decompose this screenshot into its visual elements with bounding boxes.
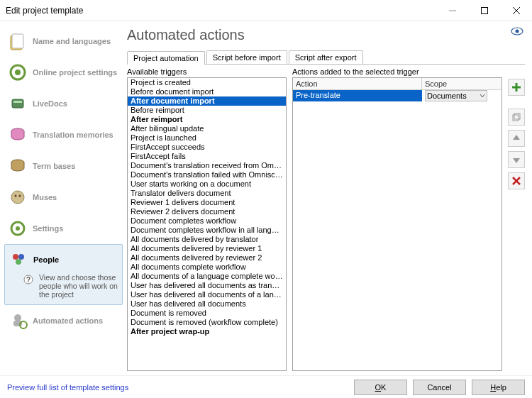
preview-settings-link[interactable]: Preview full list of template settings <box>7 383 128 392</box>
tab-script-after-export[interactable]: Script after export <box>289 50 363 64</box>
tab-strip: Project automationScript before importSc… <box>127 50 525 65</box>
sidebar: Name and languagesOnline project setting… <box>0 21 126 375</box>
column-scope[interactable]: Scope <box>422 78 489 89</box>
nav-icon <box>7 62 28 83</box>
trigger-item[interactable]: Document is removed <box>128 309 286 318</box>
nav-hint-text: View and choose those people who will wo… <box>39 273 119 299</box>
action-toolbar <box>508 67 525 371</box>
svg-rect-8 <box>12 99 23 108</box>
trigger-item[interactable]: Before document import <box>128 87 286 96</box>
sidebar-item-settings[interactable]: Settings <box>4 213 123 244</box>
trigger-item[interactable]: Document's translation received from Omn… <box>128 161 286 170</box>
trigger-item[interactable]: Document completes workflow in all langu… <box>128 226 286 235</box>
actions-grid[interactable]: ActionScopePre-translateDocuments <box>292 77 502 371</box>
main-panel: Automated actions Project automationScri… <box>126 21 532 375</box>
nav-icon <box>7 155 28 177</box>
maximize-button[interactable] <box>468 1 500 21</box>
move-up-button[interactable] <box>508 130 525 147</box>
trigger-item[interactable]: User has delivered all documents as tran… <box>128 281 286 290</box>
trigger-item[interactable]: Translator delivers document <box>128 189 286 198</box>
svg-point-13 <box>15 195 17 197</box>
nav-label: Online project settings <box>33 68 117 77</box>
trigger-item[interactable]: Reviewer 1 delivers document <box>128 198 286 207</box>
sidebar-item-name-and-languages[interactable]: Name and languages <box>4 26 123 57</box>
tab-project-automation[interactable]: Project automation <box>127 51 205 65</box>
minimize-button[interactable] <box>436 1 468 21</box>
close-button[interactable] <box>500 1 532 21</box>
trigger-item[interactable]: Before reimport <box>128 106 286 115</box>
sidebar-item-translation-memories[interactable]: Translation memories <box>4 119 123 150</box>
actions-added-label: Actions added to the selected trigger <box>292 67 502 76</box>
scope-cell[interactable]: Documents <box>422 90 489 101</box>
sidebar-item-people[interactable]: People?View and choose those people who … <box>4 244 123 305</box>
svg-point-22 <box>14 314 21 321</box>
trigger-item[interactable]: Document completes workflow <box>128 216 286 226</box>
window-title: Edit project template <box>6 6 436 16</box>
trigger-item[interactable]: User has delivered all documents <box>128 299 286 309</box>
trigger-item[interactable]: All documents delivered by translator <box>128 235 286 244</box>
nav-label: Settings <box>33 224 63 233</box>
svg-point-18 <box>18 254 24 260</box>
trigger-item[interactable]: After document import <box>128 96 286 106</box>
trigger-item[interactable]: All documents delivered by reviewer 2 <box>128 253 286 262</box>
trigger-item[interactable]: Document's translation failed with Omnis… <box>128 170 286 179</box>
trigger-item[interactable]: After project wrap-up <box>128 327 286 336</box>
trigger-item[interactable]: After bilingual update <box>128 124 286 133</box>
nav-icon <box>7 310 28 331</box>
sidebar-item-online-project-settings[interactable]: Online project settings <box>4 57 123 88</box>
svg-point-16 <box>16 226 20 231</box>
eye-icon[interactable] <box>511 27 523 37</box>
svg-point-14 <box>19 195 21 197</box>
svg-point-17 <box>13 254 18 260</box>
available-triggers-label: Available triggers <box>127 67 287 76</box>
svg-point-7 <box>15 70 21 75</box>
sidebar-item-muses[interactable]: Muses <box>4 182 123 213</box>
page-title: Automated actions <box>127 27 525 43</box>
trigger-item[interactable]: User starts working on a document <box>128 179 286 189</box>
trigger-item[interactable]: FirstAccept succeeds <box>128 143 286 152</box>
chevron-down-icon <box>480 93 485 99</box>
nav-label: Automated actions <box>33 316 103 325</box>
svg-rect-29 <box>513 115 519 121</box>
move-down-button[interactable] <box>508 151 525 168</box>
remove-action-button[interactable] <box>508 172 525 189</box>
trigger-item[interactable]: User has delivered all documents of a la… <box>128 290 286 299</box>
svg-rect-1 <box>481 7 487 13</box>
nav-icon <box>7 218 28 239</box>
nav-label: People <box>33 255 59 264</box>
title-bar: Edit project template <box>0 0 532 21</box>
add-action-button[interactable] <box>508 79 525 96</box>
trigger-item[interactable]: Document is removed (workflow complete) <box>128 318 286 327</box>
nav-icon <box>7 93 28 114</box>
trigger-item[interactable]: All documents of a language complete wor… <box>128 272 286 281</box>
triggers-listbox[interactable]: Project is createdBefore document import… <box>127 77 287 371</box>
sidebar-item-livedocs[interactable]: LiveDocs <box>4 88 123 119</box>
trigger-item[interactable]: All documents complete workflow <box>128 262 286 272</box>
nav-label: LiveDocs <box>33 99 67 108</box>
cancel-button[interactable]: Cancel <box>413 380 466 395</box>
action-cell[interactable]: Pre-translate <box>293 90 422 101</box>
nav-icon <box>8 249 29 270</box>
action-row[interactable]: Pre-translateDocuments <box>293 90 501 101</box>
scope-select[interactable]: Documents <box>425 90 487 101</box>
trigger-item[interactable]: Project is launched <box>128 133 286 143</box>
trigger-item[interactable]: Reviewer 2 delivers document <box>128 207 286 216</box>
sidebar-item-term-bases[interactable]: Term bases <box>4 150 123 182</box>
sidebar-item-automated-actions[interactable]: Automated actions <box>4 305 123 336</box>
trigger-item[interactable]: After reimport <box>128 115 286 124</box>
nav-icon <box>7 124 28 145</box>
nav-label: Translation memories <box>33 131 113 139</box>
svg-rect-5 <box>12 34 23 48</box>
column-action[interactable]: Action <box>293 78 422 89</box>
trigger-item[interactable]: FirstAccept fails <box>128 152 286 161</box>
nav-label: Term bases <box>33 162 75 170</box>
trigger-item[interactable]: Project is created <box>128 78 286 87</box>
ok-button[interactable]: OK <box>354 380 407 395</box>
tab-script-before-import[interactable]: Script before import <box>206 50 287 64</box>
svg-text:?: ? <box>26 276 31 284</box>
help-button[interactable]: Help <box>472 380 525 395</box>
trigger-item[interactable]: All documents delivered by reviewer 1 <box>128 244 286 253</box>
svg-point-12 <box>11 191 24 204</box>
duplicate-action-button[interactable] <box>508 109 525 126</box>
nav-icon <box>7 187 28 208</box>
